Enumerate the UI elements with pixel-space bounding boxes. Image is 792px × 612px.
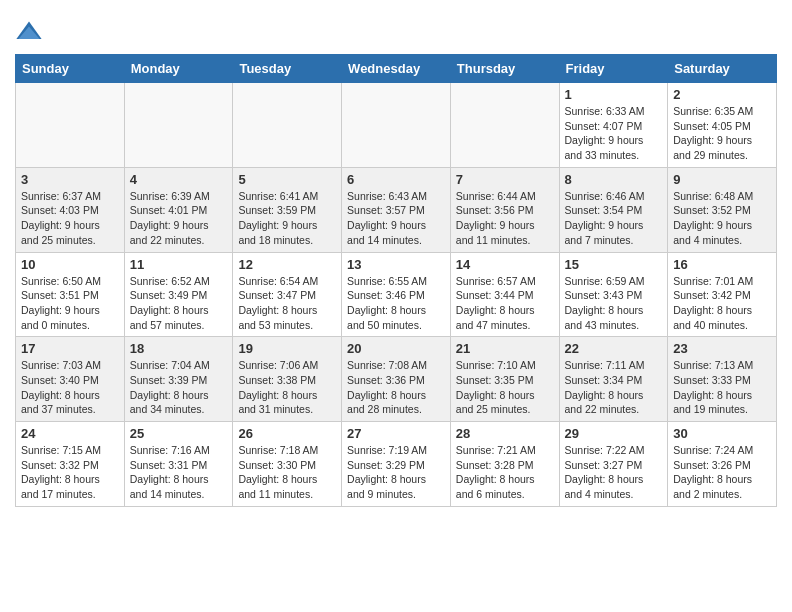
calendar-cell: 20Sunrise: 7:08 AMSunset: 3:36 PMDayligh… <box>342 337 451 422</box>
header-sunday: Sunday <box>16 55 125 83</box>
calendar-cell <box>124 83 233 168</box>
calendar-cell <box>233 83 342 168</box>
calendar-cell: 18Sunrise: 7:04 AMSunset: 3:39 PMDayligh… <box>124 337 233 422</box>
day-info: Sunrise: 7:10 AMSunset: 3:35 PMDaylight:… <box>456 358 554 417</box>
calendar-cell: 17Sunrise: 7:03 AMSunset: 3:40 PMDayligh… <box>16 337 125 422</box>
day-info: Sunrise: 7:01 AMSunset: 3:42 PMDaylight:… <box>673 274 771 333</box>
day-info: Sunrise: 6:54 AMSunset: 3:47 PMDaylight:… <box>238 274 336 333</box>
day-number: 16 <box>673 257 771 272</box>
day-info: Sunrise: 7:04 AMSunset: 3:39 PMDaylight:… <box>130 358 228 417</box>
day-info: Sunrise: 7:11 AMSunset: 3:34 PMDaylight:… <box>565 358 663 417</box>
header-friday: Friday <box>559 55 668 83</box>
logo <box>15 18 45 46</box>
day-info: Sunrise: 6:52 AMSunset: 3:49 PMDaylight:… <box>130 274 228 333</box>
calendar-cell <box>16 83 125 168</box>
day-info: Sunrise: 6:55 AMSunset: 3:46 PMDaylight:… <box>347 274 445 333</box>
day-info: Sunrise: 7:21 AMSunset: 3:28 PMDaylight:… <box>456 443 554 502</box>
calendar-cell: 27Sunrise: 7:19 AMSunset: 3:29 PMDayligh… <box>342 422 451 507</box>
day-info: Sunrise: 7:16 AMSunset: 3:31 PMDaylight:… <box>130 443 228 502</box>
calendar-cell: 30Sunrise: 7:24 AMSunset: 3:26 PMDayligh… <box>668 422 777 507</box>
day-number: 28 <box>456 426 554 441</box>
day-number: 26 <box>238 426 336 441</box>
day-info: Sunrise: 7:13 AMSunset: 3:33 PMDaylight:… <box>673 358 771 417</box>
calendar-cell: 4Sunrise: 6:39 AMSunset: 4:01 PMDaylight… <box>124 167 233 252</box>
calendar-cell: 10Sunrise: 6:50 AMSunset: 3:51 PMDayligh… <box>16 252 125 337</box>
calendar-cell <box>450 83 559 168</box>
calendar-cell: 12Sunrise: 6:54 AMSunset: 3:47 PMDayligh… <box>233 252 342 337</box>
calendar-cell: 9Sunrise: 6:48 AMSunset: 3:52 PMDaylight… <box>668 167 777 252</box>
day-number: 6 <box>347 172 445 187</box>
calendar-cell: 3Sunrise: 6:37 AMSunset: 4:03 PMDaylight… <box>16 167 125 252</box>
day-number: 30 <box>673 426 771 441</box>
calendar-cell: 5Sunrise: 6:41 AMSunset: 3:59 PMDaylight… <box>233 167 342 252</box>
day-number: 5 <box>238 172 336 187</box>
day-info: Sunrise: 7:03 AMSunset: 3:40 PMDaylight:… <box>21 358 119 417</box>
day-number: 8 <box>565 172 663 187</box>
calendar-cell: 23Sunrise: 7:13 AMSunset: 3:33 PMDayligh… <box>668 337 777 422</box>
day-info: Sunrise: 6:48 AMSunset: 3:52 PMDaylight:… <box>673 189 771 248</box>
day-info: Sunrise: 6:59 AMSunset: 3:43 PMDaylight:… <box>565 274 663 333</box>
calendar-cell: 16Sunrise: 7:01 AMSunset: 3:42 PMDayligh… <box>668 252 777 337</box>
day-info: Sunrise: 7:18 AMSunset: 3:30 PMDaylight:… <box>238 443 336 502</box>
day-info: Sunrise: 6:33 AMSunset: 4:07 PMDaylight:… <box>565 104 663 163</box>
calendar-cell: 13Sunrise: 6:55 AMSunset: 3:46 PMDayligh… <box>342 252 451 337</box>
day-info: Sunrise: 6:37 AMSunset: 4:03 PMDaylight:… <box>21 189 119 248</box>
logo-icon <box>15 18 43 46</box>
day-number: 27 <box>347 426 445 441</box>
calendar-week-1: 1Sunrise: 6:33 AMSunset: 4:07 PMDaylight… <box>16 83 777 168</box>
calendar-cell: 7Sunrise: 6:44 AMSunset: 3:56 PMDaylight… <box>450 167 559 252</box>
day-number: 13 <box>347 257 445 272</box>
header-monday: Monday <box>124 55 233 83</box>
calendar-cell: 8Sunrise: 6:46 AMSunset: 3:54 PMDaylight… <box>559 167 668 252</box>
day-number: 15 <box>565 257 663 272</box>
day-info: Sunrise: 6:43 AMSunset: 3:57 PMDaylight:… <box>347 189 445 248</box>
calendar-cell: 26Sunrise: 7:18 AMSunset: 3:30 PMDayligh… <box>233 422 342 507</box>
day-number: 23 <box>673 341 771 356</box>
day-number: 29 <box>565 426 663 441</box>
day-number: 2 <box>673 87 771 102</box>
calendar-cell: 6Sunrise: 6:43 AMSunset: 3:57 PMDaylight… <box>342 167 451 252</box>
calendar-cell: 14Sunrise: 6:57 AMSunset: 3:44 PMDayligh… <box>450 252 559 337</box>
day-number: 1 <box>565 87 663 102</box>
day-number: 9 <box>673 172 771 187</box>
day-number: 14 <box>456 257 554 272</box>
day-number: 7 <box>456 172 554 187</box>
day-number: 18 <box>130 341 228 356</box>
day-info: Sunrise: 7:06 AMSunset: 3:38 PMDaylight:… <box>238 358 336 417</box>
day-number: 25 <box>130 426 228 441</box>
calendar-cell: 11Sunrise: 6:52 AMSunset: 3:49 PMDayligh… <box>124 252 233 337</box>
header-tuesday: Tuesday <box>233 55 342 83</box>
header-thursday: Thursday <box>450 55 559 83</box>
day-number: 3 <box>21 172 119 187</box>
calendar-week-5: 24Sunrise: 7:15 AMSunset: 3:32 PMDayligh… <box>16 422 777 507</box>
day-info: Sunrise: 6:35 AMSunset: 4:05 PMDaylight:… <box>673 104 771 163</box>
calendar-cell: 24Sunrise: 7:15 AMSunset: 3:32 PMDayligh… <box>16 422 125 507</box>
day-info: Sunrise: 6:44 AMSunset: 3:56 PMDaylight:… <box>456 189 554 248</box>
day-info: Sunrise: 7:19 AMSunset: 3:29 PMDaylight:… <box>347 443 445 502</box>
header-wednesday: Wednesday <box>342 55 451 83</box>
calendar-week-2: 3Sunrise: 6:37 AMSunset: 4:03 PMDaylight… <box>16 167 777 252</box>
calendar-cell: 2Sunrise: 6:35 AMSunset: 4:05 PMDaylight… <box>668 83 777 168</box>
day-number: 20 <box>347 341 445 356</box>
calendar-cell: 21Sunrise: 7:10 AMSunset: 3:35 PMDayligh… <box>450 337 559 422</box>
day-info: Sunrise: 7:22 AMSunset: 3:27 PMDaylight:… <box>565 443 663 502</box>
day-info: Sunrise: 7:15 AMSunset: 3:32 PMDaylight:… <box>21 443 119 502</box>
day-number: 11 <box>130 257 228 272</box>
day-info: Sunrise: 6:46 AMSunset: 3:54 PMDaylight:… <box>565 189 663 248</box>
day-info: Sunrise: 6:41 AMSunset: 3:59 PMDaylight:… <box>238 189 336 248</box>
calendar-week-4: 17Sunrise: 7:03 AMSunset: 3:40 PMDayligh… <box>16 337 777 422</box>
day-info: Sunrise: 6:39 AMSunset: 4:01 PMDaylight:… <box>130 189 228 248</box>
calendar-week-3: 10Sunrise: 6:50 AMSunset: 3:51 PMDayligh… <box>16 252 777 337</box>
day-number: 17 <box>21 341 119 356</box>
calendar-table: SundayMondayTuesdayWednesdayThursdayFrid… <box>15 54 777 507</box>
header-saturday: Saturday <box>668 55 777 83</box>
page-header <box>15 10 777 46</box>
calendar-cell: 29Sunrise: 7:22 AMSunset: 3:27 PMDayligh… <box>559 422 668 507</box>
day-info: Sunrise: 7:08 AMSunset: 3:36 PMDaylight:… <box>347 358 445 417</box>
calendar-header-row: SundayMondayTuesdayWednesdayThursdayFrid… <box>16 55 777 83</box>
calendar-cell: 25Sunrise: 7:16 AMSunset: 3:31 PMDayligh… <box>124 422 233 507</box>
day-number: 4 <box>130 172 228 187</box>
calendar-cell <box>342 83 451 168</box>
day-number: 12 <box>238 257 336 272</box>
calendar-cell: 22Sunrise: 7:11 AMSunset: 3:34 PMDayligh… <box>559 337 668 422</box>
